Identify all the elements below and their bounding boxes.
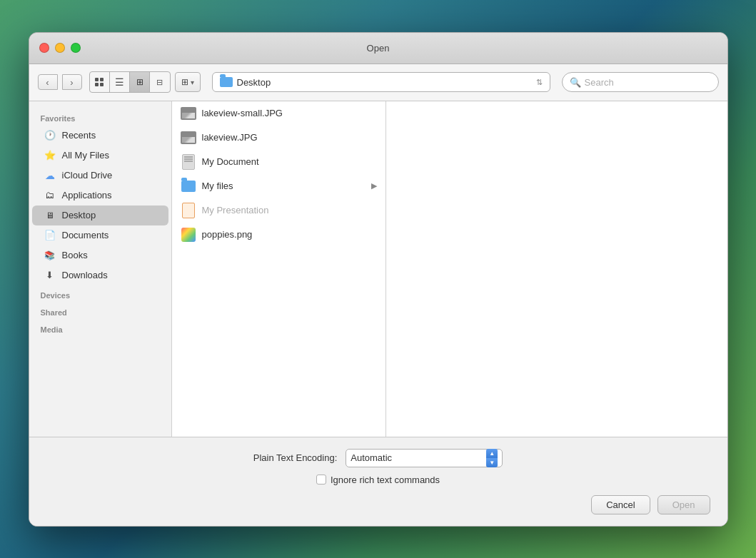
icloud-icon <box>44 169 56 182</box>
sidebar-item-label: Applications <box>62 190 112 201</box>
back-button[interactable]: ‹ <box>38 74 58 90</box>
encoding-value: Automatic <box>351 452 392 463</box>
allmyfiles-icon <box>44 149 56 162</box>
location-chevron: ⇅ <box>536 78 543 87</box>
sidebar-item-books[interactable]: Books <box>32 245 168 265</box>
arrange-chevron: ▾ <box>191 78 194 86</box>
encoding-row: Plain Text Encoding: Automatic ▲ ▼ <box>46 449 710 467</box>
recents-icon <box>44 129 56 142</box>
folder-arrow-icon: ▶ <box>371 181 377 191</box>
sidebar-item-label: All My Files <box>62 150 109 161</box>
file-name: poppies.png <box>202 229 377 240</box>
sidebar-item-label: Documents <box>62 230 109 240</box>
applications-icon <box>44 189 56 202</box>
sidebar-item-label: Downloads <box>62 270 108 280</box>
maximize-button[interactable] <box>71 43 81 53</box>
encoding-stepper: ▲ ▼ <box>486 449 498 467</box>
arrange-icon: ⊞ <box>181 77 188 87</box>
shared-header: Shared <box>29 303 171 320</box>
action-row: Cancel Open <box>46 495 710 514</box>
file-icon-ppt <box>181 203 196 218</box>
search-icon: 🔍 <box>570 77 581 88</box>
column-view-button[interactable]: ⊞ <box>130 72 150 92</box>
back-icon: ‹ <box>46 77 49 88</box>
column-view-icon: ⊞ <box>136 77 143 87</box>
sidebar-item-documents[interactable]: Documents <box>32 225 168 245</box>
file-name: My Presentation <box>202 205 377 215</box>
location-name: Desktop <box>237 77 271 88</box>
devices-header: Devices <box>29 285 171 303</box>
sidebar: Favorites Recents All My Files iCloud Dr… <box>29 101 172 437</box>
titlebar: Open <box>29 33 727 64</box>
sidebar-item-icloud-drive[interactable]: iCloud Drive <box>32 166 168 186</box>
search-box[interactable]: 🔍 Search <box>562 72 719 92</box>
list-view-button[interactable]: ☰ <box>110 72 130 92</box>
file-item-poppies[interactable]: poppies.png <box>172 223 385 247</box>
sidebar-item-applications[interactable]: Applications <box>32 186 168 206</box>
location-folder-icon <box>220 77 233 87</box>
toolbar: ‹ › ☰ ⊞ ⊟ ⊞ ▾ <box>29 64 727 101</box>
media-header: Media <box>29 320 171 337</box>
file-icon-image <box>181 130 196 146</box>
open-dialog: Open ‹ › ☰ ⊞ ⊟ <box>29 32 728 527</box>
icon-view-button[interactable] <box>90 72 110 92</box>
sidebar-item-desktop[interactable]: Desktop <box>32 206 168 225</box>
desktop-icon <box>44 209 56 222</box>
open-button[interactable]: Open <box>657 495 710 514</box>
sidebar-item-all-my-files[interactable]: All My Files <box>32 146 168 166</box>
sidebar-item-label: Recents <box>62 130 96 141</box>
titlebar-buttons <box>39 43 81 53</box>
encoding-label: Plain Text Encoding: <box>253 452 338 463</box>
file-pane: lakeview-small.JPG lakeview.JPG My Docum… <box>172 101 727 437</box>
search-placeholder: Search <box>585 77 614 88</box>
forward-icon: › <box>70 77 73 88</box>
file-name: My Document <box>202 156 377 167</box>
books-icon <box>44 249 56 262</box>
rich-text-checkbox[interactable] <box>316 475 326 485</box>
downloads-icon <box>44 269 56 282</box>
file-list: lakeview-small.JPG lakeview.JPG My Docum… <box>172 101 386 437</box>
bottom-panel: Plain Text Encoding: Automatic ▲ ▼ Ignor… <box>29 437 727 526</box>
checkbox-label: Ignore rich text commands <box>331 475 440 485</box>
coverflow-view-button[interactable]: ⊟ <box>150 72 170 92</box>
file-item-my-document[interactable]: My Document <box>172 150 385 174</box>
preview-pane <box>386 101 727 437</box>
sidebar-item-label: iCloud Drive <box>62 170 113 181</box>
coverflow-view-icon: ⊟ <box>156 78 163 87</box>
step-up-button[interactable]: ▲ <box>486 449 498 458</box>
file-name: lakeview-small.JPG <box>202 108 377 118</box>
cancel-button[interactable]: Cancel <box>591 495 650 514</box>
file-item-lakeview[interactable]: lakeview.JPG <box>172 126 385 150</box>
grid-view-icon <box>95 78 104 86</box>
dialog-title: Open <box>367 43 390 54</box>
sidebar-item-label: Desktop <box>62 210 96 220</box>
file-item-lakeview-small[interactable]: lakeview-small.JPG <box>172 101 385 126</box>
arrange-button[interactable]: ⊞ ▾ <box>175 72 201 92</box>
view-toggle-group: ☰ ⊞ ⊟ <box>89 71 171 93</box>
close-button[interactable] <box>39 43 49 53</box>
sidebar-item-recents[interactable]: Recents <box>32 126 168 146</box>
file-item-my-presentation[interactable]: My Presentation <box>172 198 385 223</box>
location-bar[interactable]: Desktop ⇅ <box>212 72 550 92</box>
file-item-my-files[interactable]: My files ▶ <box>172 174 385 198</box>
encoding-select[interactable]: Automatic ▲ ▼ <box>346 449 503 467</box>
documents-icon <box>44 229 56 242</box>
file-icon-folder <box>181 178 196 194</box>
favorites-header: Favorites <box>29 108 171 126</box>
sidebar-item-label: Books <box>62 250 88 260</box>
step-down-button[interactable]: ▼ <box>486 458 498 467</box>
forward-button[interactable]: › <box>62 74 82 90</box>
minimize-button[interactable] <box>55 43 65 53</box>
file-icon-image <box>181 106 196 121</box>
file-icon-doc <box>181 154 196 170</box>
checkbox-row: Ignore rich text commands <box>46 475 710 485</box>
list-view-icon: ☰ <box>115 76 124 88</box>
sidebar-item-downloads[interactable]: Downloads <box>32 265 168 285</box>
file-name: My files <box>202 181 366 191</box>
file-icon-png <box>181 227 196 243</box>
file-name: lakeview.JPG <box>202 132 377 143</box>
location-content: Desktop <box>220 77 271 88</box>
main-content: Favorites Recents All My Files iCloud Dr… <box>29 101 727 437</box>
